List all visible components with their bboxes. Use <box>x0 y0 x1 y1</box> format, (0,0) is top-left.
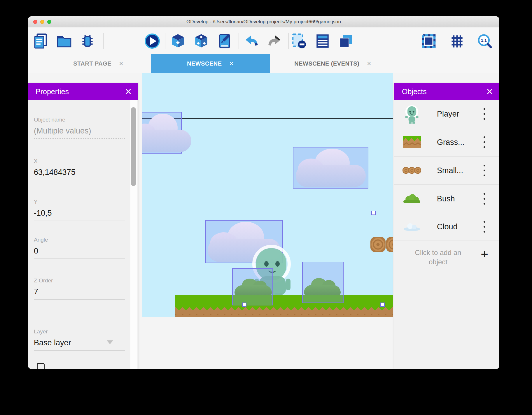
delete-selection-icon[interactable] <box>291 33 307 49</box>
tab-label: NEWSCENE <box>187 60 222 67</box>
close-tab-icon[interactable]: × <box>367 59 371 68</box>
window-title: GDevelop - /Users/florian/GDevelop proje… <box>28 16 499 27</box>
tab-label: START PAGE <box>73 60 111 67</box>
close-tab-icon[interactable]: × <box>230 59 234 68</box>
object-label: Cloud <box>437 222 458 231</box>
selected-cloud-instance[interactable] <box>142 112 182 154</box>
properties-scrollbar-thumb[interactable] <box>131 107 136 186</box>
properties-scrollbar-track[interactable] <box>130 100 137 369</box>
mask-icon[interactable] <box>421 33 437 49</box>
grass-tile-icon <box>402 133 421 152</box>
add-object-row[interactable]: Click to add an object + <box>394 240 499 281</box>
field-label: Angle <box>34 237 125 243</box>
properties-title: Properties <box>36 87 69 96</box>
toolbar: 1:1 <box>28 28 499 54</box>
undo-icon[interactable] <box>243 33 260 49</box>
tab-label: NEWSCENE (EVENTS) <box>294 60 359 67</box>
object-row-player[interactable]: Player <box>394 100 499 128</box>
instances-list-icon[interactable] <box>314 33 331 49</box>
bush-icon <box>402 189 421 208</box>
chevron-down-icon[interactable] <box>107 340 113 344</box>
close-tab-icon[interactable]: × <box>119 59 123 68</box>
toolbar-separator <box>288 33 289 49</box>
log-instance[interactable] <box>370 237 386 252</box>
object-label: Bush <box>437 194 455 203</box>
field-label: Object name <box>34 117 125 123</box>
object-row-cloud[interactable]: Cloud <box>394 213 499 240</box>
objects-panel: Objects × Player Grass... <box>394 83 499 369</box>
player-icon <box>402 105 421 123</box>
toolbar-separator <box>103 33 104 49</box>
main-area: Properties × Object name (Multiple value… <box>28 73 499 369</box>
grid-icon[interactable] <box>449 33 465 49</box>
grass-platform-instance[interactable] <box>175 295 393 317</box>
publish-cube-icon[interactable] <box>193 33 209 49</box>
layers-icon[interactable] <box>338 33 354 49</box>
kebab-menu-icon[interactable] <box>481 165 488 176</box>
scene-canvas[interactable] <box>142 73 393 317</box>
svg-text:1:1: 1:1 <box>481 38 487 43</box>
tab-start-page[interactable]: START PAGE × <box>46 54 150 73</box>
edit-scene-properties-icon[interactable] <box>216 33 233 49</box>
layer-field: Layer Base layer <box>34 328 125 351</box>
toolbar-separator <box>416 33 416 49</box>
field-label: X <box>34 158 125 164</box>
cloud-sprite <box>296 149 366 187</box>
kebab-menu-icon[interactable] <box>481 108 488 120</box>
field-label: Z Order <box>34 277 125 284</box>
z-order-field: Z Order 7 <box>34 277 125 300</box>
toolbar-separator <box>165 33 165 49</box>
y-field: Y -10,5 <box>34 199 125 221</box>
kebab-menu-icon[interactable] <box>481 136 488 148</box>
log-instance[interactable] <box>386 237 393 252</box>
kebab-menu-icon[interactable] <box>481 221 488 233</box>
locked-checkbox[interactable] <box>37 363 45 369</box>
x-input[interactable]: 63,1484375 <box>34 168 125 180</box>
object-row-grass[interactable]: Grass... <box>394 128 499 156</box>
player-eye <box>275 261 280 267</box>
selected-bush-box[interactable] <box>302 262 344 303</box>
field-label: Y <box>34 199 125 205</box>
grass-dirt-zigzag <box>175 305 393 311</box>
grass-dirt <box>175 311 393 317</box>
tab-newscene[interactable]: NEWSCENE × <box>151 54 270 73</box>
cloud-icon <box>402 217 421 236</box>
angle-field: Angle 0 <box>34 237 125 259</box>
toolbar-separator <box>239 33 239 49</box>
zoom-1-1-icon[interactable]: 1:1 <box>477 33 493 49</box>
z-order-input[interactable]: 7 <box>34 287 125 300</box>
y-input[interactable]: -10,5 <box>34 209 125 221</box>
properties-panel: Properties × Object name (Multiple value… <box>28 83 138 369</box>
player-arm <box>286 279 290 290</box>
selection-handle[interactable] <box>380 303 385 307</box>
objects-title: Objects <box>402 87 427 96</box>
export-cube-icon[interactable] <box>170 33 186 49</box>
objects-header: Objects × <box>394 83 499 100</box>
new-project-icon[interactable] <box>33 33 49 49</box>
object-name-field: Object name (Multiple values) <box>34 117 125 139</box>
tab-newscene-events[interactable]: NEWSCENE (EVENTS) × <box>276 54 390 73</box>
close-icon[interactable]: × <box>125 86 132 97</box>
redo-icon[interactable] <box>267 33 283 49</box>
selection-handle[interactable] <box>242 303 246 307</box>
selected-bush-box[interactable] <box>232 268 273 305</box>
object-row-small-logs[interactable]: Small... <box>394 156 499 185</box>
object-name-input[interactable]: (Multiple values) <box>34 126 125 139</box>
object-row-bush[interactable]: Bush <box>394 185 499 213</box>
field-label: Layer <box>34 328 125 335</box>
title-bar: GDevelop - /Users/florian/GDevelop proje… <box>28 16 499 27</box>
selection-handle[interactable] <box>371 211 376 215</box>
cloud-sprite <box>142 114 191 152</box>
angle-input[interactable]: 0 <box>34 247 125 259</box>
debug-icon[interactable] <box>79 33 96 49</box>
logs-icon <box>402 161 421 180</box>
selected-cloud-instance[interactable] <box>293 147 368 189</box>
kebab-menu-icon[interactable] <box>481 193 488 205</box>
close-icon[interactable]: × <box>487 86 493 97</box>
plus-icon[interactable]: + <box>481 247 488 261</box>
preview-play-icon[interactable] <box>144 33 160 49</box>
open-project-icon[interactable] <box>56 33 72 49</box>
object-label: Player <box>437 110 459 119</box>
x-field: X 63,1484375 <box>34 158 125 180</box>
properties-header: Properties × <box>28 83 138 100</box>
